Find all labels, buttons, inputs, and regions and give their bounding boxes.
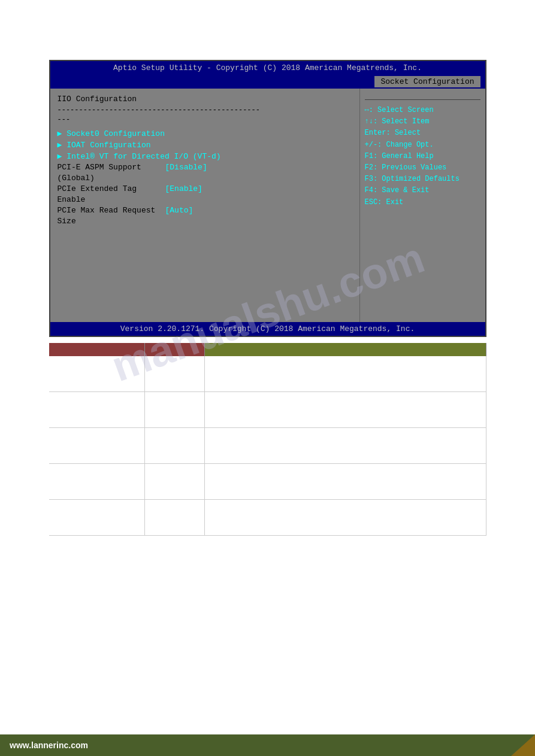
bios-left-panel: IIO Configuration ----------------------…	[50, 89, 359, 322]
bios-tabs-row: Socket Configuration	[50, 75, 485, 89]
setting-pcie-aspm-name: PCI-E ASPM Support	[58, 163, 165, 172]
setting-extended-tag-note: Enable	[58, 195, 352, 204]
table-row	[49, 464, 486, 500]
table-row	[49, 392, 486, 428]
table-cell	[49, 428, 145, 463]
help-line-8: F4: Save & Exit	[365, 185, 480, 196]
table-header-row	[49, 343, 486, 356]
bios-section-title: IIO Configuration	[58, 95, 352, 104]
menu-item-ioat[interactable]: IOAT Configuration	[58, 140, 352, 150]
table-cell	[49, 464, 145, 499]
setting-pcie-aspm-value[interactable]: [Disable]	[165, 163, 207, 172]
menu-item-socket0[interactable]: Socket0 Configuration	[58, 129, 352, 138]
bios-title-text: Aptio Setup Utility - Copyright (C) 2018…	[113, 63, 422, 72]
setting-pcie-aspm-note-text: (Global)	[58, 174, 95, 183]
table-cell	[145, 464, 205, 499]
help-line-3: Enter: Select	[365, 127, 480, 139]
bios-version-text: Version 2.20.1271. Copyright (C) 2018 Am…	[120, 324, 415, 333]
help-line-5: F1: General Help	[365, 151, 480, 162]
bios-dashes: ---	[58, 116, 352, 124]
footer-logo: www.lannerinc.com	[10, 740, 88, 750]
setting-max-read-note: Size	[58, 217, 352, 226]
bios-version-bar: Version 2.20.1271. Copyright (C) 2018 Am…	[50, 322, 485, 336]
footer-triangle-decoration	[511, 734, 535, 756]
setting-extended-tag-name: PCIe Extended Tag	[58, 184, 165, 193]
setting-pcie-max-read: PCIe Max Read Request [Auto]	[58, 206, 352, 215]
table-cell	[145, 392, 205, 427]
setting-max-read-name: PCIe Max Read Request	[58, 206, 165, 215]
table-header-col2	[145, 343, 205, 356]
setting-max-read-note-text: Size	[58, 217, 76, 226]
table-cell	[205, 428, 486, 463]
bios-content-area: IIO Configuration ----------------------…	[50, 89, 485, 322]
setting-extended-tag-note-text: Enable	[58, 195, 86, 204]
bios-title-bar: Aptio Setup Utility - Copyright (C) 2018…	[50, 61, 485, 75]
table-cell	[145, 356, 205, 391]
setting-pcie-aspm: PCI-E ASPM Support [Disable]	[58, 163, 352, 172]
table-cell	[205, 464, 486, 499]
table-cell	[205, 356, 486, 391]
table-row	[49, 356, 486, 392]
tab-socket-configuration[interactable]: Socket Configuration	[374, 76, 480, 87]
table-cell	[205, 500, 486, 535]
help-line-2: ↑↓: Select Item	[365, 116, 480, 127]
setting-pcie-aspm-note: (Global)	[58, 174, 352, 183]
bios-right-panel: ↔: Select Screen ↑↓: Select Item Enter: …	[359, 89, 485, 322]
help-divider	[365, 99, 480, 100]
help-line-9: ESC: Exit	[365, 197, 480, 208]
setting-max-read-value[interactable]: [Auto]	[165, 206, 194, 215]
table-header-col1	[49, 343, 145, 356]
bios-screen: Aptio Setup Utility - Copyright (C) 2018…	[49, 60, 486, 337]
setting-pcie-extended-tag: PCIe Extended Tag [Enable]	[58, 184, 352, 193]
help-line-1: ↔: Select Screen	[365, 105, 480, 116]
bios-separator-line: ----------------------------------------…	[58, 106, 352, 114]
table-cell	[145, 500, 205, 535]
table-cell	[145, 428, 205, 463]
table-section	[49, 343, 486, 536]
help-line-6: F2: Previous Values	[365, 162, 480, 174]
table-row	[49, 428, 486, 464]
table-body	[49, 356, 486, 536]
table-cell	[49, 356, 145, 391]
footer-bar: www.lannerinc.com	[0, 734, 535, 756]
menu-item-vtd[interactable]: Intel® VT for Directed I/O (VT-d)	[58, 151, 352, 161]
setting-extended-tag-value[interactable]: [Enable]	[165, 184, 202, 193]
help-line-7: F3: Optimized Defaults	[365, 174, 480, 185]
bios-help-text: ↔: Select Screen ↑↓: Select Item Enter: …	[365, 105, 480, 208]
table-cell	[49, 392, 145, 427]
help-line-4: +/-: Change Opt.	[365, 139, 480, 151]
table-header-col3	[205, 343, 486, 356]
table-cell	[49, 500, 145, 535]
table-cell	[205, 392, 486, 427]
table-row	[49, 500, 486, 536]
